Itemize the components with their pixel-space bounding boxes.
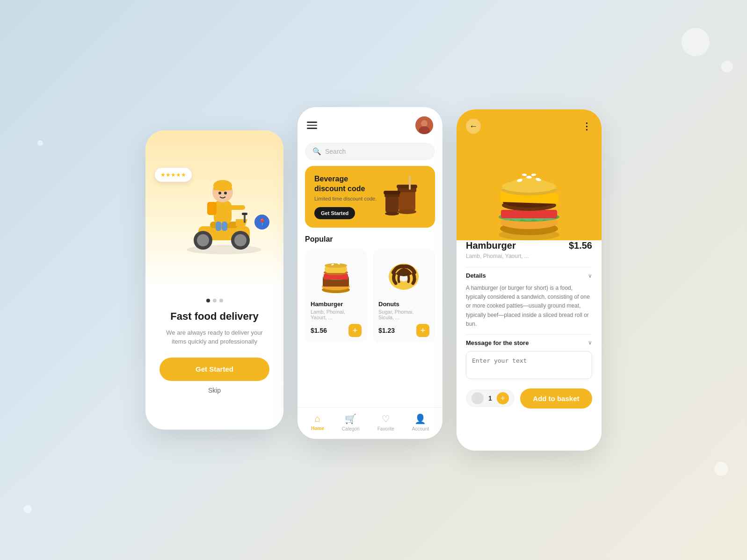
svg-point-25 xyxy=(398,209,416,214)
donut-svg xyxy=(384,256,424,296)
onboarding-content: Fast food delivery We are always ready t… xyxy=(145,310,283,430)
hero-section: ★★★★★ 📍 xyxy=(145,130,283,289)
svg-point-30 xyxy=(385,212,399,215)
svg-point-58 xyxy=(522,173,527,176)
svg-rect-13 xyxy=(213,187,232,190)
svg-rect-17 xyxy=(207,202,217,215)
avatar-image xyxy=(415,116,433,134)
hamburger-svg xyxy=(316,256,356,296)
add-to-basket-button[interactable]: Add to basket xyxy=(520,388,592,409)
product-detail-screen: ← ⋮ xyxy=(457,109,602,451)
svg-point-14 xyxy=(218,192,221,194)
promo-text-section: Beverage discount code Limited time disc… xyxy=(314,174,381,219)
category-label: Categori xyxy=(342,426,360,431)
search-bar[interactable]: 🔍 Search xyxy=(305,143,435,160)
add-donut-button[interactable]: + xyxy=(416,324,429,337)
product-header-bg: ← ⋮ xyxy=(457,109,602,240)
home-screen: 🔍 Search Beverage discount code Limited … xyxy=(297,107,442,439)
product-title-row: Hamburger $1.56 xyxy=(466,240,592,251)
promo-title: Beverage discount code xyxy=(314,174,381,194)
more-options-button[interactable]: ⋮ xyxy=(582,121,592,132)
svg-rect-26 xyxy=(397,185,417,188)
skip-button[interactable]: Skip xyxy=(208,387,221,394)
food-card-donuts: Donuts Sugar, Phomai, Sicula, ... $1.23 … xyxy=(373,249,435,343)
hamburger-footer: $1.56 + xyxy=(311,324,362,337)
svg-point-54 xyxy=(502,180,556,193)
svg-rect-19 xyxy=(222,222,227,231)
popular-title: Popular xyxy=(305,235,435,244)
donut-image xyxy=(378,255,429,297)
onboarding-title: Fast food delivery xyxy=(170,310,258,323)
onboarding-screen: ★★★★★ 📍 xyxy=(145,130,283,430)
menu-line-1 xyxy=(307,122,317,123)
home-icon: ⌂ xyxy=(315,413,320,424)
product-name: Hamburger xyxy=(466,240,516,251)
bg-decoration-2 xyxy=(721,61,733,72)
donut-name: Donuts xyxy=(378,301,429,308)
nav-category[interactable]: 🛒 Categori xyxy=(342,413,360,431)
bg-decoration-3 xyxy=(23,505,32,513)
dot-2 xyxy=(213,299,217,302)
svg-point-42 xyxy=(334,262,337,263)
search-placeholder-text: Search xyxy=(325,148,346,155)
donut-ingredients: Sugar, Phomai, Sicula, ... xyxy=(378,309,429,320)
svg-point-56 xyxy=(526,176,532,179)
dot-3 xyxy=(219,299,223,302)
large-burger-illustration xyxy=(482,147,576,240)
product-nav: ← ⋮ xyxy=(466,119,592,134)
home-header xyxy=(297,107,442,139)
scooter-illustration xyxy=(163,158,266,261)
onboarding-subtitle: We are always ready to deliver your item… xyxy=(160,328,269,346)
svg-rect-27 xyxy=(409,176,411,190)
nav-favorite[interactable]: ♡ Favorite xyxy=(377,413,394,431)
nav-account[interactable]: 👤 Account xyxy=(412,413,429,431)
food-card-hamburger: Hamburger Lamb, Phomai, Yaourt, ... $1.5… xyxy=(305,249,367,343)
details-description: A hamburger (or burger for short) is a f… xyxy=(466,284,592,329)
svg-rect-23 xyxy=(399,190,415,211)
svg-rect-16 xyxy=(229,205,245,210)
message-section-header[interactable]: Message for the store ∨ xyxy=(466,334,592,351)
page-dots xyxy=(206,299,223,302)
dot-1 xyxy=(206,299,210,302)
svg-marker-7 xyxy=(236,219,247,226)
add-hamburger-button[interactable]: + xyxy=(348,324,362,337)
favorite-icon: ♡ xyxy=(382,413,390,424)
svg-rect-49 xyxy=(501,210,557,218)
coffee-cups-illustration xyxy=(381,173,428,220)
svg-point-3 xyxy=(234,234,247,246)
promo-banner: Beverage discount code Limited time disc… xyxy=(305,166,435,228)
menu-button[interactable] xyxy=(307,122,317,129)
nav-home[interactable]: ⌂ Home xyxy=(311,413,324,431)
bg-decoration-1 xyxy=(682,28,710,56)
svg-rect-31 xyxy=(384,191,400,194)
details-section-header[interactable]: Details ∨ xyxy=(466,267,592,284)
quantity-control: 1 + xyxy=(466,389,515,407)
product-ingredients: Lamb, Phomai, Yaourt, ... xyxy=(466,253,592,259)
qty-minus-placeholder xyxy=(471,392,484,404)
menu-line-2 xyxy=(307,125,317,126)
svg-point-59 xyxy=(531,173,536,176)
get-started-button[interactable]: Get Started xyxy=(160,358,269,381)
quantity-increase-button[interactable]: + xyxy=(497,392,509,404)
hamburger-image xyxy=(311,255,362,297)
product-body: Hamburger $1.56 Lamb, Phomai, Yaourt, ..… xyxy=(457,231,602,451)
favorite-label: Favorite xyxy=(377,426,394,431)
promo-subtitle: Limited time discount code. xyxy=(314,196,381,201)
donut-price: $1.23 xyxy=(378,327,395,334)
message-chevron-icon: ∨ xyxy=(588,339,592,346)
hamburger-ingredients: Lamb, Phomai, Yaourt, ... xyxy=(311,309,362,320)
user-avatar[interactable] xyxy=(415,116,433,134)
product-price: $1.56 xyxy=(569,240,592,251)
category-icon: 🛒 xyxy=(345,413,356,424)
promo-image xyxy=(381,173,428,220)
promo-button[interactable]: Get Started xyxy=(314,207,355,219)
svg-point-15 xyxy=(224,192,227,194)
hamburger-price: $1.56 xyxy=(311,327,327,334)
menu-line-3 xyxy=(307,128,317,129)
message-input[interactable] xyxy=(466,351,592,379)
burger-hero-section xyxy=(466,138,592,240)
back-button[interactable]: ← xyxy=(466,119,481,134)
svg-point-21 xyxy=(421,120,428,127)
phones-container: ★★★★★ 📍 xyxy=(145,109,602,451)
details-title: Details xyxy=(466,272,486,279)
